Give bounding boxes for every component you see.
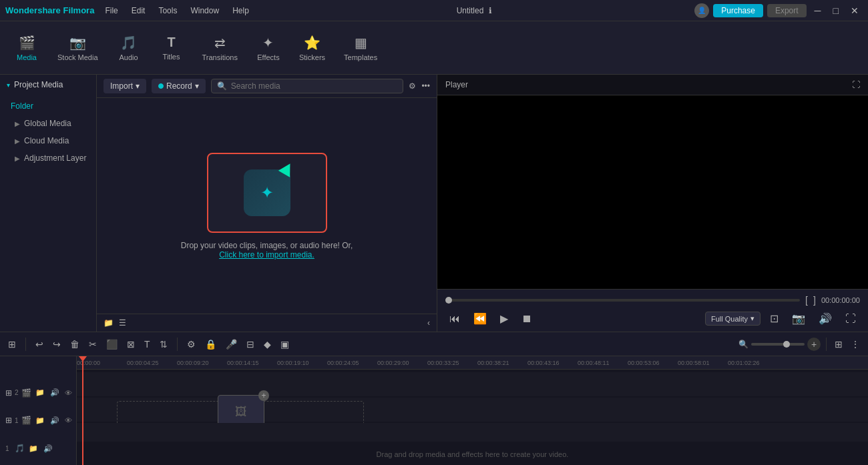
ruler-mark-9: 00:00:43:16 <box>527 360 560 366</box>
media-drop-zone[interactable]: ✦ <box>207 153 327 233</box>
timeline-adjust[interactable]: ⇅ <box>157 338 170 351</box>
avatar[interactable]: 👤 <box>694 3 709 18</box>
close-button[interactable]: ✕ <box>847 4 863 17</box>
sidebar-item-global-media[interactable]: ▶ Global Media <box>0 115 96 132</box>
menu-edit[interactable]: Edit <box>126 5 151 17</box>
record-button[interactable]: Record ▾ <box>152 79 206 93</box>
templates-label: Templates <box>344 53 377 61</box>
thumbnail-icon: 🖼 <box>235 405 247 419</box>
play-button[interactable]: ▶ <box>496 311 512 326</box>
timeline-text[interactable]: T <box>142 338 153 351</box>
minimize-button[interactable]: ─ <box>811 4 825 17</box>
main-layout: ▾ Project Media Folder ▶ Global Media ▶ … <box>0 75 868 332</box>
timeline-tool-select[interactable]: ⊞ <box>5 338 19 351</box>
tab-transitions[interactable]: ⇄ Transitions <box>194 31 246 65</box>
tab-effects[interactable]: ✦ Effects <box>248 31 288 65</box>
track-volume-btn-1[interactable]: 🔊 <box>49 416 61 426</box>
zoom-out-icon[interactable]: 🔍 <box>738 340 748 349</box>
timeline-settings[interactable]: ⚙ <box>184 338 198 351</box>
tab-stock-media[interactable]: 📷 Stock Media <box>49 31 106 65</box>
tab-stickers[interactable]: ⭐ Stickers <box>291 31 333 65</box>
collapse-panel-icon[interactable]: ‹ <box>427 318 430 328</box>
screenshot-button[interactable]: 📷 <box>788 311 809 326</box>
sidebar-item-adjustment-layer[interactable]: ▶ Adjustment Layer <box>0 149 96 167</box>
track-folder-btn-2[interactable]: 📁 <box>34 388 46 398</box>
search-box: 🔍 <box>211 79 404 93</box>
filter-icon[interactable]: ⚙ <box>409 81 416 91</box>
track-eye-btn-2[interactable]: 👁 <box>63 388 73 398</box>
timeline-more-button[interactable]: ⋮ <box>848 338 863 351</box>
ruler-mark-1: 00:00:04:25 <box>127 360 159 366</box>
timeline-drop-text: Drag and drop media and effects here to … <box>377 450 569 458</box>
track-folder-btn-1[interactable]: 📁 <box>34 416 46 426</box>
timeline-clip-settings[interactable]: 🔒 <box>202 338 219 351</box>
import-link[interactable]: Click here to import media. <box>219 250 314 260</box>
menu-tools[interactable]: Tools <box>153 5 182 17</box>
timeline-split[interactable]: ⬛ <box>103 338 120 351</box>
add-track-icon-1[interactable]: ⊞ <box>5 416 12 425</box>
track-folder-btn-audio[interactable]: 📁 <box>27 444 39 454</box>
purchase-button[interactable]: Purchase <box>713 4 763 17</box>
progress-bar[interactable] <box>445 299 800 302</box>
timeline-voice[interactable]: 🎤 <box>223 338 240 351</box>
volume-button[interactable]: 🔊 <box>815 311 836 326</box>
media-label: Media <box>17 53 37 61</box>
tab-titles[interactable]: T Titles <box>152 31 192 65</box>
zoom-thumb <box>783 341 790 348</box>
menu-file[interactable]: File <box>99 5 123 17</box>
timeline-snap[interactable]: ⊟ <box>244 338 257 351</box>
timeline-preview[interactable]: ▣ <box>278 338 292 351</box>
timeline-keyframe[interactable]: ◆ <box>261 338 274 351</box>
next-frame-btn[interactable]: ] <box>813 295 816 306</box>
track-eye-btn-1[interactable]: 👁 <box>63 416 73 425</box>
folder-view-icon[interactable]: 📁 <box>103 318 114 328</box>
crop-button[interactable]: ⊡ <box>766 311 783 326</box>
quality-button[interactable]: Full Quality ▾ <box>705 312 761 326</box>
timeline-crop[interactable]: ⊠ <box>124 338 138 351</box>
ruler-mark-10: 00:00:48:11 <box>578 360 610 366</box>
media-content: ✦ Drop your video clips, images, or audi… <box>97 98 437 314</box>
ruler-mark-5: 00:00:24:05 <box>327 360 359 366</box>
project-media-header[interactable]: ▾ Project Media <box>0 75 96 95</box>
player-panel: Player ⛶ [ ] 00:00:00:00 ⏮ ⏪ ▶ ⏹ <box>437 75 868 332</box>
fullscreen-button[interactable]: ⛶ <box>841 312 860 326</box>
timeline-redo[interactable]: ↪ <box>50 338 63 351</box>
search-input[interactable] <box>231 81 398 91</box>
maximize-button[interactable]: □ <box>829 4 843 17</box>
timeline-cut[interactable]: ✂ <box>86 338 99 351</box>
title-bar-right: 👤 Purchase Export ─ □ ✕ <box>694 3 863 18</box>
transitions-icon: ⇄ <box>214 35 226 51</box>
track-volume-btn-audio[interactable]: 🔊 <box>42 444 54 454</box>
player-expand-icon[interactable]: ⛶ <box>852 80 860 89</box>
rewind-button[interactable]: ⏮ <box>445 312 464 326</box>
playhead[interactable] <box>82 356 83 465</box>
tab-templates[interactable]: ▦ Templates <box>336 31 385 65</box>
player-progress: [ ] 00:00:00:00 <box>445 295 860 306</box>
stop-button[interactable]: ⏹ <box>517 312 536 326</box>
tab-audio[interactable]: 🎵 Audio <box>109 31 149 65</box>
list-view-icon[interactable]: ☰ <box>119 318 126 328</box>
sidebar-item-folder[interactable]: Folder <box>0 97 96 115</box>
prev-frame-btn[interactable]: [ <box>805 295 808 306</box>
export-button[interactable]: Export <box>767 4 807 17</box>
adjustment-layer-label: Adjustment Layer <box>24 153 86 163</box>
zoom-slider[interactable] <box>751 343 805 346</box>
timeline-undo[interactable]: ↩ <box>33 338 46 351</box>
ruler-mark-3: 00:00:14:15 <box>227 360 259 366</box>
zoom-in-button[interactable]: + <box>807 338 821 351</box>
media-panel: Import ▾ Record ▾ 🔍 ⚙ ••• ✦ Drop y <box>97 75 437 332</box>
import-button[interactable]: Import ▾ <box>103 79 146 93</box>
info-icon[interactable]: ℹ <box>489 6 492 15</box>
titles-label: Titles <box>163 53 180 61</box>
add-track-icon[interactable]: ⊞ <box>5 388 12 398</box>
tab-media[interactable]: 🎬 Media <box>7 31 47 65</box>
menu-help[interactable]: Help <box>227 5 254 17</box>
menu-window[interactable]: Window <box>185 5 224 17</box>
timeline-grid-button[interactable]: ⊞ <box>832 338 845 351</box>
more-icon[interactable]: ••• <box>421 81 430 91</box>
timeline-delete[interactable]: 🗑 <box>67 338 82 351</box>
sidebar-item-cloud-media[interactable]: ▶ Cloud Media <box>0 132 96 149</box>
step-back-button[interactable]: ⏪ <box>469 311 491 326</box>
titles-icon: T <box>167 35 175 50</box>
track-volume-btn-2[interactable]: 🔊 <box>49 388 61 398</box>
